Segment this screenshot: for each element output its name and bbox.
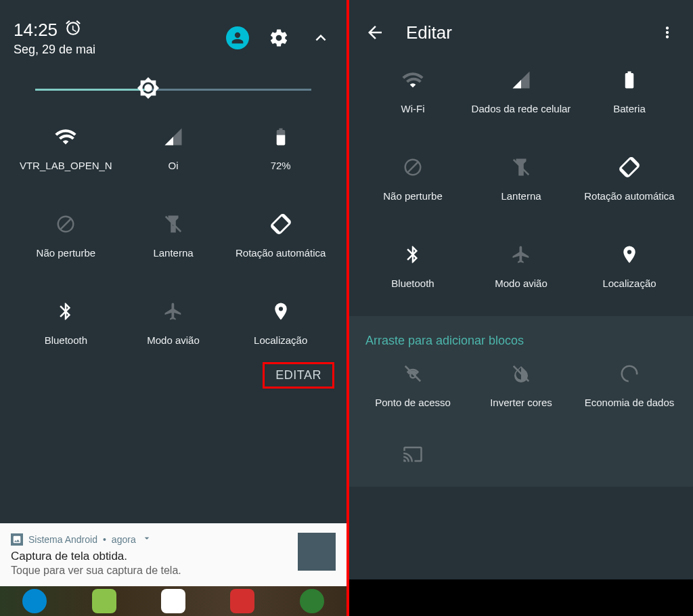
home-launcher-strip (0, 586, 346, 616)
airplane-tile[interactable]: Modo avião (120, 299, 227, 346)
edit-tiles-grid: Wi-Fi Dados da rede celular Bateria Não … (349, 61, 693, 296)
battery-tile[interactable]: Bateria (575, 68, 684, 114)
airplane-icon (509, 242, 533, 267)
qs-tiles-grid: VTR_LAB_OPEN_N Oi 72% Não perturbe Lante… (0, 104, 346, 353)
bluetooth-icon (401, 242, 425, 267)
bluetooth-tile[interactable]: Bluetooth (359, 242, 467, 289)
clock-time: 14:25 (14, 20, 58, 41)
tile-label: Bluetooth (45, 334, 87, 346)
tile-label: Wi-Fi (401, 103, 425, 114)
tile-label: 72% (271, 160, 291, 171)
tile-label: Ponto de acesso (375, 397, 451, 408)
tile-label: Lanterna (501, 190, 541, 202)
edit-header: Editar (349, 0, 693, 61)
wifi-icon (53, 125, 78, 149)
wifi-tile[interactable]: VTR_LAB_OPEN_N (12, 125, 120, 171)
flashlight-tile[interactable]: Lanterna (467, 155, 575, 202)
location-tile[interactable]: Localização (227, 299, 334, 346)
page-title: Editar (406, 22, 636, 43)
rotation-icon (617, 155, 642, 179)
tile-label: Lanterna (153, 247, 193, 259)
invert-colors-icon (509, 361, 533, 386)
tile-label: Oi (168, 160, 178, 171)
bluetooth-tile[interactable]: Bluetooth (12, 299, 120, 346)
signal-icon (161, 125, 185, 149)
cellular-tile[interactable]: Dados da rede celular (467, 68, 575, 114)
tile-label: Economia de dados (585, 397, 675, 408)
tile-label: Dados da rede celular (472, 103, 571, 114)
edit-button[interactable]: EDITAR (263, 362, 334, 389)
tile-label: Rotação automática (236, 247, 326, 259)
location-icon (617, 242, 642, 267)
location-tile[interactable]: Localização (575, 242, 684, 289)
location-icon (269, 299, 293, 324)
qs-header: 14:25 Seg, 29 de mai (0, 0, 346, 70)
dnd-tile[interactable]: Não perturbe (12, 212, 120, 259)
brightness-icon (137, 76, 160, 102)
dnd-tile[interactable]: Não perturbe (359, 155, 467, 202)
hotspot-tile[interactable]: Ponto de acesso (359, 361, 467, 408)
wifi-icon (401, 68, 425, 92)
notification-area: Sistema Android • agora Captura de tela … (0, 523, 346, 616)
flashlight-icon (509, 155, 533, 179)
tile-label: VTR_LAB_OPEN_N (20, 160, 112, 171)
battery-icon (617, 68, 642, 92)
flashlight-tile[interactable]: Lanterna (120, 212, 227, 259)
edit-tiles-panel: Editar Wi-Fi Dados da rede celular Bater… (346, 0, 693, 616)
image-icon (11, 533, 23, 546)
qs-header-actions (226, 26, 333, 50)
qs-clock-block: 14:25 Seg, 29 de mai (14, 19, 95, 58)
tile-label: Não perturbe (37, 247, 96, 259)
tile-label: Bluetooth (391, 278, 434, 289)
battery-icon (269, 125, 293, 149)
notification-subtitle: Toque para ver sua captura de tela. (11, 565, 291, 577)
notification-sep: • (103, 534, 106, 545)
cast-icon (401, 442, 425, 466)
signal-icon (509, 68, 533, 92)
data-saver-icon (617, 361, 642, 386)
flashlight-icon (161, 212, 185, 236)
notification-header: Sistema Android • agora (11, 533, 291, 546)
tile-label: Localização (254, 334, 307, 346)
tile-label: Inverter cores (490, 397, 552, 408)
notification-thumbnail (298, 533, 336, 571)
chevron-up-icon[interactable] (309, 26, 333, 50)
tile-label: Modo avião (147, 334, 200, 346)
rotation-icon (269, 212, 293, 236)
airplane-icon (161, 299, 185, 324)
invert-colors-tile[interactable]: Inverter cores (467, 361, 575, 408)
rotation-tile[interactable]: Rotação automática (227, 212, 334, 259)
brightness-slider[interactable] (0, 70, 346, 104)
hotspot-icon (401, 361, 425, 386)
notification-app: Sistema Android (28, 534, 97, 545)
rotation-tile[interactable]: Rotação automática (575, 155, 684, 202)
tile-label: Rotação automática (584, 190, 674, 202)
quick-settings-panel: 14:25 Seg, 29 de mai (0, 0, 346, 616)
qs-edit-row: EDITAR (0, 353, 346, 395)
dnd-icon (53, 212, 78, 236)
data-saver-tile[interactable]: Economia de dados (575, 361, 684, 408)
drag-section-title: Arraste para adicionar blocos (359, 330, 684, 361)
tile-label: Localização (602, 278, 656, 289)
cellular-tile[interactable]: Oi (120, 125, 227, 171)
dnd-icon (401, 155, 425, 179)
chevron-down-icon[interactable] (141, 533, 152, 546)
bluetooth-icon (53, 299, 78, 324)
back-arrow-icon[interactable] (363, 20, 387, 45)
user-avatar-button[interactable] (226, 26, 249, 49)
airplane-tile[interactable]: Modo avião (467, 242, 575, 289)
more-vert-icon[interactable] (655, 20, 679, 45)
tile-label: Não perturbe (383, 190, 443, 202)
alarm-icon (64, 19, 82, 41)
nav-bar-black (349, 579, 693, 616)
battery-tile[interactable]: 72% (227, 125, 334, 171)
tile-label: Modo avião (495, 278, 547, 289)
clock-date: Seg, 29 de mai (14, 43, 95, 58)
notification-card[interactable]: Sistema Android • agora Captura de tela … (0, 523, 346, 586)
cast-tile[interactable] (359, 442, 467, 466)
notification-title: Captura de tela obtida. (11, 550, 291, 563)
wifi-tile[interactable]: Wi-Fi (359, 68, 467, 114)
drag-to-add-section: Arraste para adicionar blocos Ponto de a… (349, 316, 693, 487)
gear-icon[interactable] (267, 26, 291, 50)
notification-when: agora (112, 534, 136, 545)
